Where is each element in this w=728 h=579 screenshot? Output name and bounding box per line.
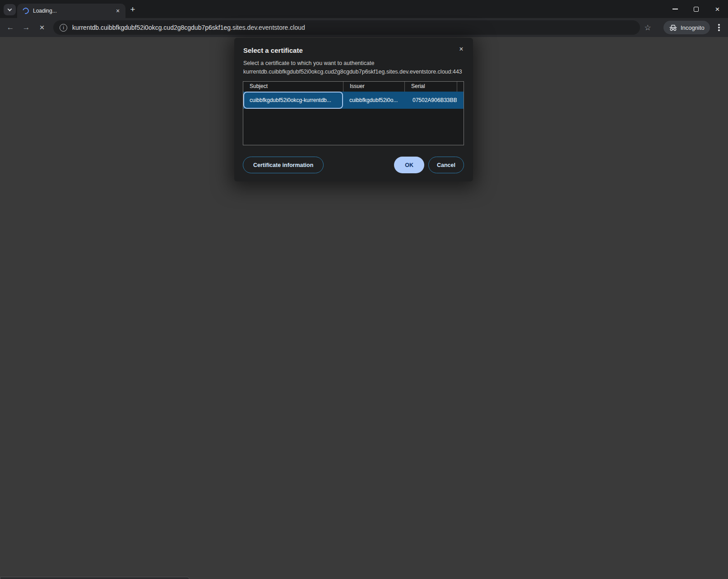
stop-loading-button[interactable]: × [36,22,48,33]
page-content: Select a certificate × Select a certific… [0,37,728,579]
chevron-down-icon [8,7,12,11]
address-bar[interactable]: i kurrentdb.cuibbfkgdubf52i0okcg.cud2g8c… [53,20,640,35]
tab-close-icon[interactable]: × [114,7,122,15]
tab-strip: Loading... × + × [0,0,728,18]
browser-window: Loading... × + × ← → × i kurrentdb.cuibb… [0,0,728,579]
incognito-icon [669,24,677,31]
incognito-badge: Incognito [663,21,710,34]
menu-dot-icon [718,29,720,31]
column-header-issuer: Issuer [343,82,404,92]
status-bubble: kurrentdb.cuibbfkgdubf52i0okcg.cud2g8cgd… [0,577,190,579]
tab-title: Loading... [33,8,114,14]
forward-button[interactable]: → [20,22,32,33]
tab-search-button[interactable] [4,4,16,15]
dialog-actions: Certificate information OK Cancel [243,157,464,173]
cell-serial[interactable]: 07502A906B33BBA... [404,97,457,103]
browser-menu-button[interactable] [713,22,725,33]
menu-dot-icon [718,24,720,26]
window-controls: × [664,0,728,18]
cancel-button[interactable]: Cancel [428,157,464,173]
minimize-button[interactable] [664,0,686,18]
ok-button[interactable]: OK [394,157,424,173]
site-info-icon[interactable]: i [60,24,67,32]
maximize-button[interactable] [686,0,707,18]
new-tab-button[interactable]: + [128,5,138,14]
certificate-table-header: Subject Issuer Serial [243,82,464,92]
certificate-row-selected[interactable]: cuibbfkgdubf52i0okcg-kurrentdb... cuibbf… [243,92,464,109]
loading-spinner-icon [21,6,30,15]
column-header-serial: Serial [404,82,457,92]
window-close-button[interactable]: × [707,0,728,18]
column-header-subject: Subject [243,82,343,92]
certificate-information-button[interactable]: Certificate information [243,157,324,173]
cell-issuer[interactable]: cuibbfkgdubf52i0o... [343,97,404,103]
dialog-close-icon[interactable]: × [457,45,466,54]
dialog-description: Select a certificate to which you want t… [243,59,464,76]
dialog-title: Select a certificate [243,46,455,54]
maximize-icon [694,7,699,12]
bookmark-star-icon[interactable]: ☆ [642,22,654,33]
toolbar: ← → × i kurrentdb.cuibbfkgdubf52i0okcg.c… [0,18,728,37]
minimize-icon [672,9,678,9]
menu-dot-icon [718,27,720,28]
select-certificate-dialog: Select a certificate × Select a certific… [234,38,473,181]
certificate-table: Subject Issuer Serial cuibbfkgdubf52i0ok… [243,81,464,145]
url-text: kurrentdb.cuibbfkgdubf52i0okcg.cud2g8cgd… [72,24,305,31]
cell-subject[interactable]: cuibbfkgdubf52i0okcg-kurrentdb... [243,92,343,109]
incognito-label: Incognito [681,24,705,31]
window-close-icon: × [715,5,720,13]
dialog-description-line2: kurrentdb.cuibbfkgdubf52i0okcg.cud2g8cgd… [243,68,464,76]
column-header-spacer [457,82,464,92]
back-button[interactable]: ← [5,22,16,33]
tab-loading[interactable]: Loading... × [17,4,125,18]
dialog-description-line1: Select a certificate to which you want t… [243,59,464,68]
